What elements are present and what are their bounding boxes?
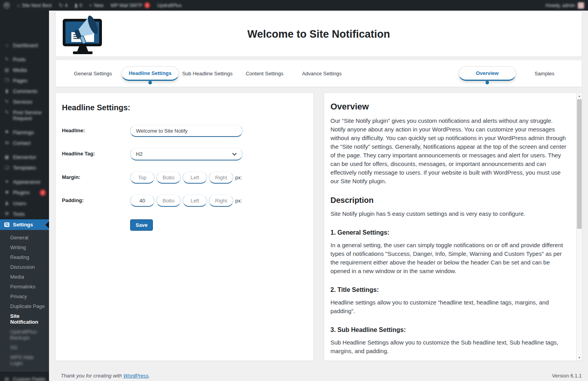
avatar[interactable] — [578, 2, 584, 9]
admin-bar-wp-menu[interactable]: W — [0, 0, 13, 11]
margin-bottom-input[interactable] — [156, 171, 181, 184]
padding-top-input[interactable] — [130, 195, 154, 207]
margin-right-input[interactable] — [209, 171, 233, 184]
tab-content-settings[interactable]: Content Settings — [236, 71, 293, 77]
sidebar-item-post-service-request[interactable]: ✎Post Service Request — [0, 107, 49, 124]
current-menu-arrow — [45, 221, 49, 228]
tab-label: General Settings — [74, 71, 112, 77]
submenu-item-site-notification[interactable]: Site Notification — [0, 311, 49, 327]
admin-bar-site-name[interactable]: ⌂ Site Next Best — [13, 0, 55, 11]
sidebar-item-label: Contact — [13, 140, 47, 146]
admin-bar-new[interactable]: + New — [85, 0, 107, 11]
padding-label: Padding: — [62, 195, 130, 203]
form-heading: Headline Settings: — [62, 103, 307, 112]
version-text: Version 6.1.1 — [552, 373, 582, 379]
wordpress-link[interactable]: WordPress — [123, 373, 149, 379]
tab-sub-headline-settings[interactable]: Sub Headline Settings — [179, 71, 236, 77]
submenu-item-duplicate-page[interactable]: Duplicate Page — [0, 301, 49, 311]
submenu-item-general[interactable]: General — [0, 233, 49, 242]
tab-headline-settings[interactable]: Headline Settings — [122, 66, 179, 81]
description-intro: Site Notify plugin has 5 easy custom set… — [330, 210, 569, 218]
sidebar-item-elementor[interactable]: ▣Elementor — [0, 152, 49, 162]
thanks-text: Thank you for creating with — [61, 373, 123, 379]
thanks-period: . — [149, 373, 150, 379]
margin-left-input[interactable] — [183, 171, 207, 184]
sidebar-item-settings[interactable]: Settings — [0, 219, 49, 230]
submenu-item-privacy[interactable]: Privacy — [0, 292, 49, 301]
tab-advance-settings[interactable]: Advance Settings — [293, 71, 350, 77]
sidebar-item-appearance[interactable]: ✦Appearance — [0, 177, 49, 187]
sidebar-item-flamingo[interactable]: ⚑Flamingo — [0, 127, 49, 138]
sidebar-menu: ⌂Dashboard✎Posts▤Media❐Pages▮Comments✎Se… — [0, 11, 49, 219]
submenu-item-updraftplus-backups[interactable]: UpdraftPlus Backups — [0, 327, 49, 343]
padding-left-input[interactable] — [183, 195, 207, 207]
dashboard-icon: ⌂ — [4, 42, 10, 48]
tab-label: Overview — [476, 70, 499, 76]
post-service-icon: ✎ — [4, 109, 10, 115]
scrollbar-thumb[interactable] — [577, 99, 582, 229]
submenu-item-media[interactable]: Media — [0, 272, 49, 282]
comments-icon: ▮ — [4, 88, 10, 94]
submenu-item-wps-hide-login[interactable]: WPS Hide Login — [0, 352, 49, 368]
tab-label: Headline Settings — [129, 70, 171, 76]
sidebar-item-services[interactable]: ✎Services — [0, 97, 49, 107]
headline-tag-select[interactable]: H2 — [130, 148, 243, 160]
section-body: In a general setting, the user can simpl… — [330, 241, 569, 275]
sidebar-item-tools[interactable]: ⚒Tools — [0, 209, 49, 219]
tab-samples[interactable]: Samples — [516, 71, 573, 77]
scroll-up-icon[interactable]: ▲ — [577, 93, 582, 99]
admin-bar-updraftplus[interactable]: UpdraftPlus — [154, 0, 185, 11]
sidebar-item-label: Tools — [13, 211, 47, 217]
contact-icon: ✉ — [4, 140, 10, 146]
padding-bottom-input[interactable] — [156, 195, 181, 207]
submenu-item-sg[interactable]: SG — [0, 343, 49, 352]
sidebar-item-custom-fields[interactable]: ▤Custom Fields — [0, 374, 49, 381]
sidebar-item-label: Pages — [13, 78, 47, 84]
templates-icon: ❏ — [4, 165, 10, 171]
users-icon: ♟ — [4, 201, 10, 206]
howdy-text[interactable]: Howdy, admin — [546, 3, 575, 8]
plugin-header: Welcome to Site Notification — [55, 11, 582, 57]
sidebar-item-label: Media — [13, 67, 47, 73]
settings-icon — [4, 222, 10, 228]
overview-scrollbar[interactable]: ▲ ▼ — [576, 93, 582, 361]
chevron-down-icon — [232, 151, 236, 155]
sidebar-item-label: Appearance — [13, 179, 47, 185]
headline-input[interactable] — [130, 125, 243, 137]
sidebar-item-comments[interactable]: ▮Comments — [0, 86, 49, 97]
padding-right-input[interactable] — [209, 195, 233, 207]
submenu-item-discussion[interactable]: Discussion — [0, 262, 49, 272]
margin-top-input[interactable] — [130, 171, 154, 184]
active-tab-dot — [486, 81, 489, 84]
admin-bar-wp-mail-smtp[interactable]: WP Mail SMTP 1 — [107, 0, 154, 11]
scroll-down-icon[interactable]: ▼ — [577, 355, 582, 361]
sidebar-item-templates[interactable]: ❏Templates — [0, 162, 49, 173]
tab-general-settings[interactable]: General Settings — [64, 71, 122, 77]
sidebar-item-label: Dashboard — [13, 42, 47, 48]
section-heading: 3. Sub Headline Settings: — [330, 326, 569, 334]
plugins-icon: ✚ — [4, 190, 10, 195]
sidebar-item-label: Post Service Request — [13, 109, 47, 121]
sidebar-item-dashboard[interactable]: ⌂Dashboard — [0, 40, 49, 51]
sidebar-item-posts[interactable]: ✎Posts — [0, 54, 49, 65]
tab-overview[interactable]: Overview — [459, 66, 516, 81]
page-title: Welcome to Site Notification — [56, 28, 582, 40]
admin-bar-updates[interactable]: ↻ 4 — [55, 0, 71, 11]
sidebar-item-contact[interactable]: ✉Contact — [0, 138, 49, 148]
sidebar: ⌂Dashboard✎Posts▤Media❐Pages▮Comments✎Se… — [0, 11, 49, 381]
tools-icon: ⚒ — [4, 211, 10, 217]
section-heading: 1. General Settings: — [330, 229, 569, 236]
admin-bar-comments[interactable]: ▮ 0 — [71, 0, 85, 11]
section-heading: 2. Title Settings: — [330, 286, 569, 293]
submenu-item-writing[interactable]: Writing — [0, 242, 49, 252]
margin-label: Margin: — [62, 171, 130, 180]
custom-fields-icon: ▤ — [4, 376, 10, 381]
sidebar-item-media[interactable]: ▤Media — [0, 65, 49, 75]
submenu-item-reading[interactable]: Reading — [0, 252, 49, 262]
sidebar-item-plugins[interactable]: ✚Plugins2 — [0, 187, 49, 198]
submenu-item-permalinks[interactable]: Permalinks — [0, 282, 49, 292]
overview-intro: Our “Site Notify plugin” gives you custo… — [330, 117, 569, 186]
sidebar-item-pages[interactable]: ❐Pages — [0, 75, 49, 86]
sidebar-item-users[interactable]: ♟Users — [0, 198, 49, 209]
save-button[interactable]: Save — [130, 219, 153, 231]
